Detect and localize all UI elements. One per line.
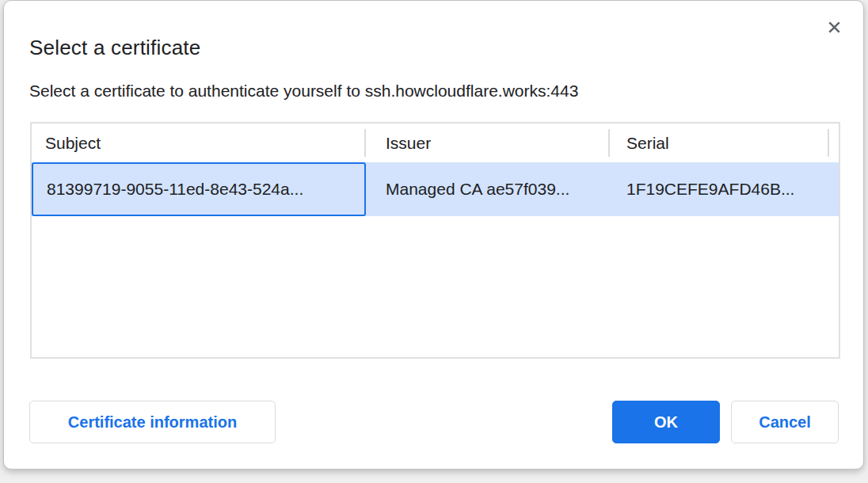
column-header-gutter xyxy=(829,124,839,162)
certificate-table: Subject Issuer Serial 81399719-9055-11ed… xyxy=(30,122,840,359)
close-icon xyxy=(825,18,843,36)
serial-cell[interactable]: 1F19CEFE9AFD46B... xyxy=(610,162,829,216)
certificate-dialog: Select a certificate Select a certificat… xyxy=(3,0,864,470)
close-button[interactable] xyxy=(817,10,851,44)
gutter-cell xyxy=(829,162,839,216)
column-header-issuer: Issuer xyxy=(366,124,610,162)
cancel-button[interactable]: Cancel xyxy=(731,401,839,443)
certificate-row-selected[interactable]: 81399719-9055-11ed-8e43-524a... Managed … xyxy=(32,162,839,216)
ok-button[interactable]: OK xyxy=(612,401,720,443)
column-header-serial-label: Serial xyxy=(626,134,669,153)
certificate-information-button[interactable]: Certificate information xyxy=(29,401,276,443)
subject-cell[interactable]: 81399719-9055-11ed-8e43-524a... xyxy=(32,162,366,216)
dialog-title: Select a certificate xyxy=(29,36,200,60)
dialog-subtitle: Select a certificate to authenticate you… xyxy=(29,82,578,101)
column-header-issuer-label: Issuer xyxy=(386,134,431,153)
table-header: Subject Issuer Serial xyxy=(32,124,839,162)
issuer-cell[interactable]: Managed CA ae57f039... xyxy=(366,162,610,216)
column-header-subject-label: Subject xyxy=(45,134,101,153)
column-header-serial: Serial xyxy=(610,124,829,162)
column-header-subject: Subject xyxy=(32,124,366,162)
